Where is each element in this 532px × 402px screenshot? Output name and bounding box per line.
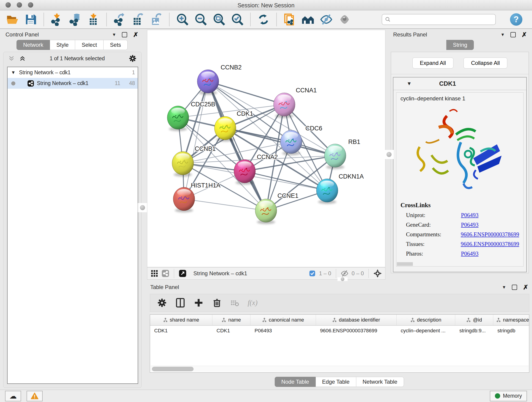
hidden-eye-icon[interactable]: [341, 269, 348, 277]
grid-view-icon[interactable]: [151, 269, 158, 277]
edge-CCNB2-HIST1H1A[interactable]: [184, 81, 208, 199]
table-cell[interactable]: CDK1: [150, 326, 212, 336]
table-cell[interactable]: stringdb: [493, 326, 529, 336]
splitter-grip[interactable]: [385, 150, 394, 159]
panel-menu-icon[interactable]: ▾: [501, 32, 504, 38]
edge-CCNB2-CCNE1[interactable]: [208, 81, 266, 211]
crosslink-link[interactable]: 9606.ENSP00000378699: [461, 241, 519, 247]
scrollbar-thumb[interactable]: [152, 367, 194, 371]
network-tree-row[interactable]: String Network – cdk11148: [7, 78, 138, 89]
network-view-icon[interactable]: [162, 269, 169, 277]
edge-CCNB2-CCNA1[interactable]: [208, 81, 284, 104]
gear-icon[interactable]: [128, 54, 137, 63]
open-session-icon[interactable]: [6, 13, 19, 26]
network-tree-label: String Network – cdk1: [19, 70, 120, 76]
column-header-description[interactable]: description: [397, 315, 455, 325]
network-icon-wrap: [27, 80, 34, 87]
export-table-icon[interactable]: [132, 13, 144, 26]
tree-expander-icon[interactable]: ▼: [10, 70, 16, 75]
crosslink-link[interactable]: P06493: [461, 212, 478, 218]
export-image-icon[interactable]: [150, 13, 163, 26]
node-CDK1[interactable]: [215, 116, 236, 142]
column-header-namespace[interactable]: namespace: [493, 315, 529, 325]
tab-edge-table[interactable]: Edge Table: [316, 377, 356, 387]
selected-counts: 1 – 0: [319, 270, 331, 277]
zoom-fit-icon[interactable]: [213, 13, 225, 26]
show-all-icon[interactable]: [338, 13, 351, 26]
table-cell[interactable]: CDK1: [212, 326, 250, 336]
cloud-status-button[interactable]: ☁: [5, 391, 21, 401]
node-result-header[interactable]: ▼ CDK1: [393, 77, 526, 90]
zoom-out-icon[interactable]: [194, 13, 207, 26]
import-network-from-file-icon[interactable]: [51, 13, 63, 26]
show-columns-icon[interactable]: [175, 298, 185, 308]
zoom-selected-icon[interactable]: [231, 13, 244, 26]
crosslink-link[interactable]: 9606.ENSP00000378699: [461, 231, 519, 238]
expand-all-icon[interactable]: [19, 55, 26, 62]
node-CDC25B[interactable]: [167, 106, 189, 131]
float-panel-icon[interactable]: [510, 32, 516, 37]
crosslink-link[interactable]: P06493: [461, 250, 478, 257]
birdseye-view-icon[interactable]: [373, 269, 382, 278]
tab-style[interactable]: Style: [50, 40, 75, 50]
search-input[interactable]: [382, 14, 496, 25]
table-cell[interactable]: P06493: [250, 326, 316, 336]
tab-select[interactable]: Select: [75, 40, 104, 50]
tab-network[interactable]: Network: [17, 40, 50, 50]
import-network-from-database-icon[interactable]: [69, 13, 82, 26]
table-cell[interactable]: stringdb:9...: [455, 326, 493, 336]
hide-selected-icon[interactable]: [320, 13, 333, 26]
network-tree-row[interactable]: ▼String Network – cdk11: [7, 67, 138, 78]
tab-string[interactable]: String: [446, 40, 474, 50]
network-canvas[interactable]: CCNB2CCNA1CDC25BCDK1CDC6RB1CCNB1CCNA2CDK…: [147, 30, 385, 267]
column-header-@id[interactable]: @id: [455, 315, 493, 325]
tab-sets[interactable]: Sets: [104, 40, 128, 50]
tab-network-table[interactable]: Network Table: [356, 377, 404, 387]
column-header-canonical-name[interactable]: canonical name: [250, 315, 316, 325]
close-panel-icon[interactable]: ✗: [523, 283, 528, 291]
table-row[interactable]: CDK1CDK1P064939606.ENSP00000378699cyclin…: [150, 326, 529, 336]
selected-nodes-checkbox-icon[interactable]: [309, 270, 316, 277]
export-network-icon[interactable]: [113, 13, 126, 26]
panel-menu-icon[interactable]: ▾: [503, 284, 505, 290]
crosslink-link[interactable]: P06493: [461, 222, 478, 228]
column-header-shared-name[interactable]: shared name: [150, 315, 212, 325]
close-panel-icon[interactable]: ✗: [133, 31, 138, 38]
splitter-grip[interactable]: [138, 203, 147, 212]
delete-icon[interactable]: [212, 298, 222, 308]
node-CCNE1[interactable]: [255, 199, 277, 224]
zoom-in-icon[interactable]: [176, 13, 189, 26]
node-HIST1H1A[interactable]: [173, 187, 195, 212]
node-CCNB1[interactable]: [172, 152, 194, 177]
column-header-database-identifier[interactable]: database identifier: [316, 315, 397, 325]
node-CDKN1A[interactable]: [317, 179, 338, 204]
add-column-icon[interactable]: [194, 298, 204, 308]
refresh-icon[interactable]: [257, 13, 270, 26]
table-cell[interactable]: 9606.ENSP00000378699: [316, 326, 397, 336]
close-panel-icon[interactable]: ✗: [522, 31, 527, 38]
import-table-from-file-icon[interactable]: [87, 13, 100, 26]
save-session-icon[interactable]: [24, 13, 37, 26]
section-collapse-icon[interactable]: ▼: [407, 81, 412, 87]
panel-menu-icon[interactable]: ▾: [113, 32, 115, 38]
help-icon[interactable]: ?: [510, 13, 522, 26]
float-panel-icon[interactable]: [512, 285, 517, 290]
gear-icon[interactable]: [157, 298, 167, 308]
warnings-button[interactable]: [27, 391, 43, 401]
horizontal-scrollbar[interactable]: [151, 366, 529, 372]
edge-HIST1H1A-CCNE1[interactable]: [184, 199, 266, 211]
node-RB1[interactable]: [324, 144, 346, 169]
splitter-grip[interactable]: [337, 277, 348, 281]
home-icon[interactable]: [302, 13, 314, 26]
column-header-name[interactable]: name: [212, 315, 250, 325]
new-network-from-selection-icon[interactable]: [283, 13, 296, 26]
table-cell[interactable]: cyclin–dependent ...: [397, 326, 455, 336]
expand-all-button[interactable]: Expand All: [412, 57, 453, 69]
collapse-all-icon[interactable]: [8, 55, 15, 62]
open-in-new-window-icon[interactable]: [179, 269, 186, 277]
float-panel-icon[interactable]: [122, 32, 127, 37]
node-CCNA1[interactable]: [273, 93, 295, 118]
collapse-all-button[interactable]: Collapse All: [463, 57, 507, 69]
memory-button[interactable]: Memory: [490, 391, 527, 401]
tab-node-table[interactable]: Node Table: [275, 377, 316, 387]
